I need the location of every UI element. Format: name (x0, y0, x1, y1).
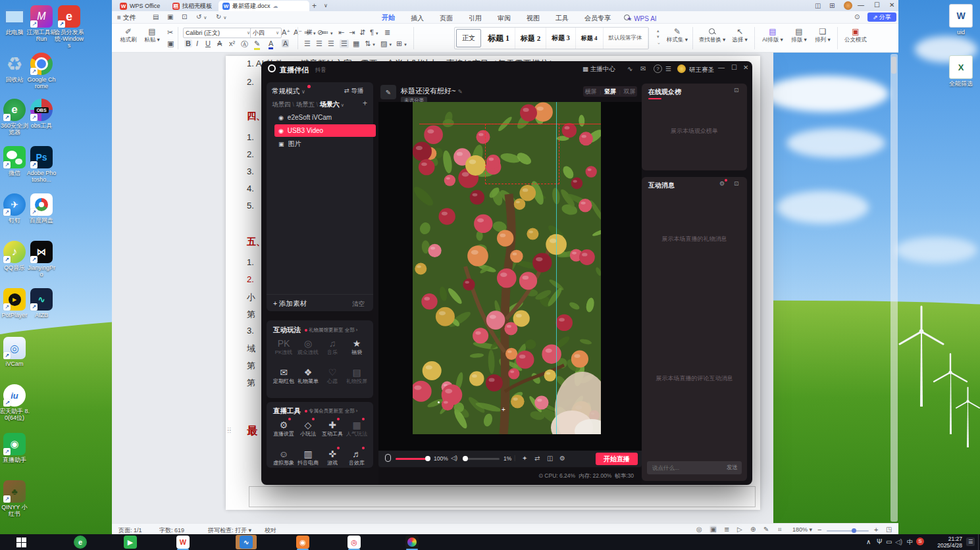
interact-item-2[interactable]: ♫音乐 (320, 338, 345, 356)
mic-slider-track[interactable] (396, 458, 428, 460)
scene-tab-1[interactable]: 场景五 (296, 101, 315, 108)
tools-item-0[interactable]: ⚙直播设置 (271, 419, 296, 438)
style-2[interactable]: 标题 2 (515, 28, 546, 49)
selection-box-red[interactable] (485, 124, 559, 184)
speaker-icon[interactable]: ◁) (451, 455, 457, 461)
minimize-button[interactable]: — (858, 1, 864, 9)
interact-item-6[interactable]: ♡心愿 (320, 366, 345, 385)
style-1[interactable]: 标题 1 (482, 28, 515, 49)
voice-icon[interactable]: ∿ (627, 65, 632, 72)
arrange-button[interactable]: ❏排列 ▾ (812, 27, 833, 43)
interact-item-5[interactable]: ❖礼物菜单 (296, 366, 321, 385)
taskbar-wps[interactable]: W (176, 536, 190, 549)
page-view-icon[interactable]: ▣ (709, 526, 717, 533)
paragraph-mark-icon[interactable]: ¶ ▾ (370, 28, 378, 36)
mode-1[interactable]: 竖屏 (604, 88, 616, 96)
quick-print-icon[interactable]: ⊡ (182, 13, 187, 20)
ribbon-tab-0[interactable]: 开始 (380, 12, 396, 25)
taskbar-360-browser[interactable]: e (74, 536, 87, 549)
taskbar-active-app[interactable]: ∿ (240, 536, 253, 549)
increase-indent-icon[interactable]: ⇥ (349, 28, 355, 37)
stream-title-edit-chip[interactable]: ✎ (380, 85, 396, 99)
style-0[interactable]: 正文 (456, 29, 481, 47)
zoom-slider[interactable] (827, 530, 869, 532)
eye-protect-icon[interactable]: ⊙ (854, 13, 860, 20)
style-set-button[interactable]: ✎样式集 ▾ (666, 27, 688, 43)
add-scene-button[interactable]: + (363, 99, 367, 108)
app-close-button[interactable]: ✕ (743, 64, 748, 71)
line-spacing-icon[interactable]: ≣ (384, 28, 390, 37)
new-tab-button[interactable]: + (312, 1, 317, 11)
scene-tab-2[interactable]: 场景六 (320, 101, 340, 108)
mode-0[interactable]: 横屏 (584, 88, 596, 96)
volume-slider-track[interactable] (463, 458, 500, 460)
app-maximize-button[interactable]: ☐ (731, 64, 737, 71)
volume-slider-knob[interactable] (463, 456, 468, 461)
popout-icon[interactable]: ⊡ (734, 87, 739, 93)
interact-notice[interactable]: 礼物展馆更新至 全部 › (305, 327, 357, 334)
desktop-icon-ps[interactable]: Ps↗Adobe Photosho... (26, 146, 57, 183)
strikethrough-button[interactable]: A (217, 39, 222, 47)
char-shading-button[interactable]: A (282, 39, 289, 47)
desktop-icon-recycle[interactable]: ♻回收站 (0, 53, 30, 83)
stream-title[interactable]: 标题还没有想好~ ✎ (401, 86, 463, 96)
scene-tab-0[interactable]: 场景四 (272, 101, 291, 108)
start-live-button[interactable]: 开始直播 (596, 453, 638, 465)
taskbar-camera-app[interactable]: ◉ (296, 536, 309, 549)
paste-button[interactable]: ▤粘贴 ▾ (141, 27, 163, 43)
ribbon-tab-8[interactable]: ✦ WPS AI (625, 14, 658, 24)
tools-notice[interactable]: 专属会员更新至 全部 › (305, 408, 357, 414)
mode-2[interactable]: 双屏 (624, 88, 636, 96)
drag-handle[interactable]: ∷∷ (228, 428, 234, 437)
ribbon-tab-4[interactable]: 审阅 (496, 12, 512, 24)
share-button[interactable]: ⇗ 分享 (867, 12, 896, 22)
tools-item-5[interactable]: ▥抖音电商 (296, 448, 321, 466)
layout-button[interactable]: ▤排版 ▾ (788, 27, 810, 43)
tools-item-4[interactable]: ☺虚拟形象 (271, 448, 296, 466)
style-5[interactable]: 默认段落字体 (604, 28, 648, 49)
italic-button[interactable]: I (196, 39, 198, 47)
user-avatar[interactable] (677, 64, 686, 73)
superscript-button[interactable]: x² (229, 39, 235, 47)
sort-icon[interactable]: ⇅ ▾ (365, 39, 375, 48)
ribbon-tab-3[interactable]: 引用 (467, 12, 483, 24)
font-name-select[interactable]: Calibri (正文)∨ (183, 28, 253, 38)
viewers-title[interactable]: 在线观众榜 (648, 88, 681, 97)
desktop-icon-aizb[interactable]: ∿↗AIZB (26, 288, 57, 318)
ribbon-tab-7[interactable]: 会员专享 (583, 12, 612, 24)
chat-input[interactable] (651, 464, 719, 472)
ribbon-tab-1[interactable]: 插入 (409, 12, 425, 24)
vertical-scrollbar[interactable] (890, 54, 898, 522)
gallery-scroll-arrows[interactable]: ▴▾⌄ (657, 28, 661, 45)
source-0[interactable]: ◉e2eSoft iVCam (274, 111, 376, 124)
desktop-icon-hongtian[interactable]: iu↗宏天助手 8.0(64位) (0, 384, 30, 421)
close-button[interactable]: ✕ (889, 1, 894, 9)
tools-item-7[interactable]: ♬音效库 (344, 448, 369, 466)
quick-export-icon[interactable]: ▣ (167, 13, 173, 20)
align-justify-button[interactable]: ☰ (340, 39, 349, 48)
app-minimize-button[interactable]: — (718, 64, 725, 71)
align-center-button[interactable]: ☰ (316, 39, 322, 48)
zoom-out-button[interactable]: − (817, 526, 821, 534)
tab-current-document[interactable]: W 最新搭建.docx ☁ (219, 1, 309, 11)
tray-input-indicator[interactable]: 中 (907, 538, 913, 547)
desktop-icon-dingtalk[interactable]: ✈↗钉钉 (0, 193, 30, 224)
tray-mic-icon[interactable]: Ψ (877, 538, 882, 545)
anchor-center-button[interactable]: ▦ 主播中心 (582, 65, 615, 74)
ribbon-tab-6[interactable]: 工具 (554, 12, 570, 24)
zoom-level[interactable]: 180% ▾ (792, 526, 812, 533)
highlight-color-button[interactable]: ✎ (254, 39, 260, 50)
tray-sogou-icon[interactable]: S (916, 538, 924, 545)
tools-item-3[interactable]: ▦人气玩法 (344, 419, 369, 438)
message-icon[interactable]: ✉ (640, 65, 646, 72)
scroll-thumb[interactable] (891, 57, 896, 74)
desktop-icon-qinyy[interactable]: ♣↗QINYY 小红书 (0, 480, 30, 517)
bullet-list-button[interactable]: ≔ ▾ (304, 28, 316, 37)
desktop-icon-sheet[interactable]: X全能筛选 (946, 55, 976, 87)
decrease-indent-icon[interactable]: ⇤ (338, 28, 344, 37)
columns-icon[interactable]: ▦ (353, 39, 359, 48)
desktop-icon-potplayer[interactable]: ▶↗PotPlayer (0, 288, 30, 318)
chat-input-box[interactable]: 发送 (647, 461, 742, 474)
source-2[interactable]: ▣图片 (274, 138, 376, 150)
tools-item-2[interactable]: ✚互动工具 (320, 419, 345, 438)
